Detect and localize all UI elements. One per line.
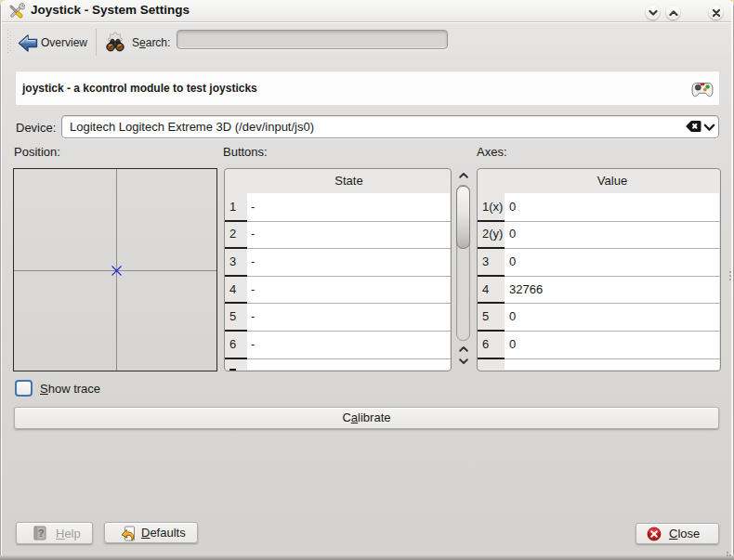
svg-text:?: ?	[38, 527, 45, 539]
